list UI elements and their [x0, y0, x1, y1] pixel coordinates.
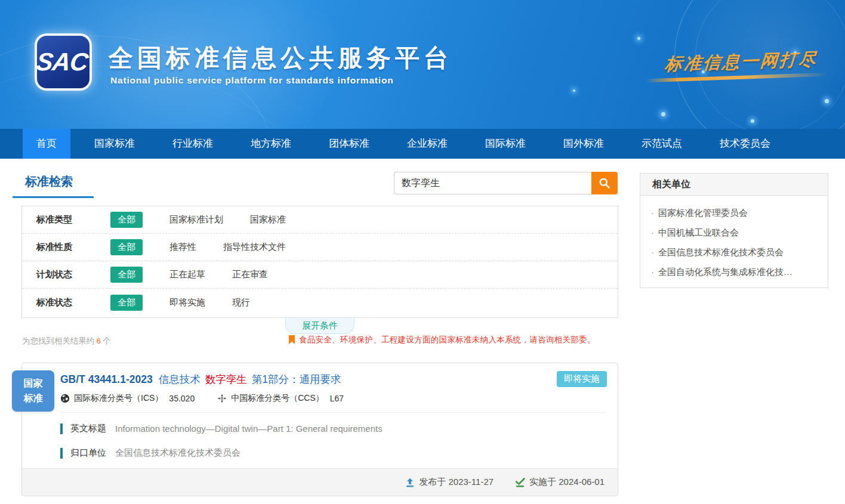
bullet: ·: [651, 227, 654, 237]
filter-option[interactable]: 即将实施: [169, 297, 205, 308]
nav-item-home[interactable]: 首页: [23, 129, 70, 159]
site-subtitle: National public service platform for sta…: [110, 75, 393, 86]
results-count-number: 6: [97, 336, 101, 345]
card-fields: 英文标题 Information technology—Digital twin…: [60, 412, 606, 472]
filter-all-button[interactable]: 全部: [110, 239, 143, 255]
filter-row-plan-status: 计划状态 全部 正在起草 正在审查: [22, 261, 618, 289]
field-committee: 归口单位 全国信息技术标准化技术委员会: [60, 447, 606, 459]
field-value: 全国信息技术标准化技术委员会: [115, 447, 240, 459]
related-unit-label: 全国自动化系统与集成标准化技…: [658, 267, 792, 277]
related-units-list: ·国家标准化管理委员会 ·中国机械工业联合会 ·全国信息技术标准化技术委员会 ·…: [640, 196, 828, 287]
nav-item-group-standards[interactable]: 团体标准: [315, 129, 383, 159]
filter-row-standard-type: 标准类型 全部 国家标准计划 国家标准: [22, 206, 618, 234]
ics-label: 国际标准分类号（ICS）: [74, 393, 163, 404]
badge-line2: 标准: [24, 391, 43, 406]
standard-type-badge: 国家 标准: [12, 370, 54, 412]
field-english-title: 英文标题 Information technology—Digital twin…: [60, 423, 606, 434]
related-unit-link[interactable]: ·全国自动化系统与集成标准化技…: [640, 258, 828, 278]
nav-item-foreign-standards[interactable]: 国外标准: [550, 129, 618, 159]
published-label: 发布于: [419, 477, 446, 487]
search-bar: [394, 172, 618, 194]
filter-panel: 标准类型 全部 国家标准计划 国家标准 标准性质 全部 推荐性 指导性技术文件 …: [21, 206, 618, 318]
nav-item-local-standards[interactable]: 地方标准: [237, 129, 305, 159]
related-unit-link[interactable]: ·全国信息技术标准化技术委员会: [640, 239, 828, 258]
ccs-label: 中国标准分类号（CCS）: [231, 393, 324, 404]
nav-item-pilot[interactable]: 示范试点: [628, 129, 696, 159]
field-label: 归口单位: [70, 447, 106, 459]
nav-item-enterprise-standards[interactable]: 企业标准: [393, 129, 461, 159]
related-units-panel: 相关单位 ·国家标准化管理委员会 ·中国机械工业联合会 ·全国信息技术标准化技术…: [640, 173, 828, 288]
filter-row-standard-status: 标准状态 全部 即将实施 现行: [22, 289, 618, 317]
filter-all-button[interactable]: 全部: [110, 212, 143, 228]
related-units-title: 相关单位: [640, 174, 828, 196]
related-unit-label: 国家标准化管理委员会: [658, 208, 748, 218]
nav-item-international-standards[interactable]: 国际标准: [471, 129, 539, 159]
implemented-date: 2024-06-01: [559, 477, 605, 487]
filter-option[interactable]: 国家标准计划: [169, 214, 223, 225]
related-unit-label: 中国机械工业联合会: [658, 227, 739, 237]
filter-label: 标准性质: [36, 242, 94, 253]
compass-icon: [217, 394, 227, 403]
glow-dot: [573, 89, 575, 92]
published-date: 2023-11-27: [448, 477, 494, 487]
system-notice: 食品安全、环境保护、工程建设方面的国家标准未纳入本系统，请咨询相关部委。: [288, 335, 596, 345]
bullet: ·: [651, 247, 654, 257]
main-nav: 首页 国家标准 行业标准 地方标准 团体标准 企业标准 国际标准 国外标准 示范…: [0, 129, 845, 159]
glow-dot: [825, 99, 829, 103]
nav-item-national-standards[interactable]: 国家标准: [81, 129, 149, 159]
field-label: 英文标题: [70, 423, 106, 434]
standard-title-highlight[interactable]: 数字孪生: [205, 372, 247, 386]
card-footer: 发布于 2023-11-27 实施于 2024-06-01: [22, 468, 618, 496]
globe-icon: [60, 394, 70, 403]
ccs-value: L67: [330, 394, 344, 403]
nav-item-industry-standards[interactable]: 行业标准: [159, 129, 227, 159]
filter-all-button[interactable]: 全部: [110, 295, 143, 311]
implemented-label: 实施于: [529, 477, 556, 487]
sac-logo[interactable]: SAC: [35, 33, 92, 91]
filter-label: 标准状态: [36, 297, 94, 308]
filter-option[interactable]: 推荐性: [169, 242, 196, 253]
standard-title[interactable]: GB/T 43441.1-2023 信息技术 数字孪生 第1部分：通用要求: [60, 372, 341, 386]
filter-option[interactable]: 正在审查: [232, 269, 268, 280]
filter-label: 标准类型: [36, 214, 94, 225]
standard-result-card: 国家 标准 GB/T 43441.1-2023 信息技术 数字孪生 第1部分：通…: [21, 363, 618, 496]
search-input[interactable]: [394, 172, 591, 194]
filter-option[interactable]: 现行: [232, 297, 250, 308]
implemented-date-item: 实施于 2024-06-01: [515, 477, 605, 488]
ics-value: 35.020: [169, 394, 195, 403]
nav-item-technical-committee[interactable]: 技术委员会: [706, 129, 784, 159]
standard-title-rest[interactable]: 第1部分：通用要求: [252, 372, 341, 386]
field-accent-bar: [60, 448, 63, 459]
classification-row: 国际标准分类号（ICS） 35.020 中国标准分类号（CCS） L67: [60, 393, 344, 404]
glow-dot: [661, 112, 665, 116]
related-unit-link[interactable]: ·国家标准化管理委员会: [640, 199, 828, 219]
filter-option[interactable]: 指导性技术文件: [223, 242, 286, 253]
expand-conditions-button[interactable]: 展开条件: [285, 318, 354, 334]
bullet: ·: [651, 267, 654, 277]
site-header: SAC 全国标准信息公共服务平台 National public service…: [0, 0, 845, 129]
notice-text: 食品安全、环境保护、工程建设方面的国家标准未纳入本系统，请咨询相关部委。: [299, 335, 596, 345]
search-icon: [599, 177, 610, 189]
upload-icon: [405, 478, 415, 487]
glow-dot: [637, 37, 640, 40]
filter-row-standard-nature: 标准性质 全部 推荐性 指导性技术文件: [22, 234, 618, 261]
field-value: Information technology—Digital twin—Part…: [115, 423, 383, 434]
filter-all-button[interactable]: 全部: [110, 267, 143, 283]
standard-title-segment[interactable]: 信息技术: [159, 372, 201, 386]
section-title-standard-search: 标准检索: [25, 174, 73, 190]
bookmark-icon: [288, 335, 295, 345]
bullet: ·: [651, 208, 654, 218]
filter-option[interactable]: 正在起草: [169, 269, 205, 280]
published-date-item: 发布于 2023-11-27: [405, 477, 494, 488]
implemented-text: 实施于 2024-06-01: [529, 477, 605, 488]
related-unit-link[interactable]: ·中国机械工业联合会: [640, 219, 828, 239]
results-count-suffix: 个: [103, 336, 111, 345]
standard-code[interactable]: GB/T 43441.1-2023: [60, 373, 153, 386]
filter-option[interactable]: 国家标准: [250, 214, 286, 225]
search-button[interactable]: [591, 172, 618, 194]
status-badge: 即将实施: [557, 371, 607, 387]
published-text: 发布于 2023-11-27: [419, 477, 494, 488]
results-count: 为您找到相关结果约6个: [22, 336, 111, 347]
related-unit-label: 全国信息技术标准化技术委员会: [658, 247, 784, 257]
badge-line1: 国家: [24, 376, 43, 391]
